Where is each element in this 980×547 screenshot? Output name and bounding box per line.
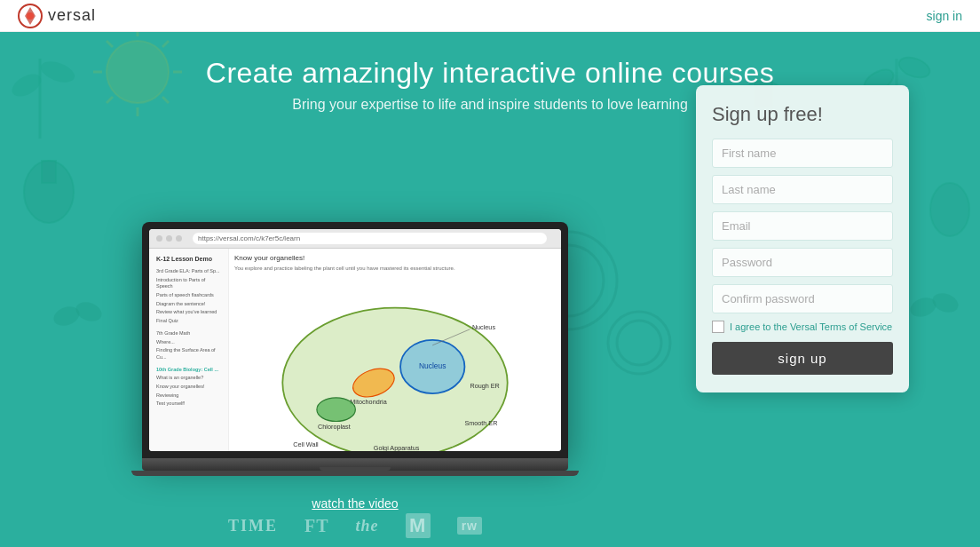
versal-logo-icon (18, 4, 43, 28)
sign-in-link[interactable]: sign in (927, 9, 962, 23)
svg-text:Rough ER: Rough ER (470, 382, 499, 390)
sidebar-item-9: Finding the Surface Area of Cu... (153, 346, 225, 361)
sidebar-item-2: Introduction to Parts of Speech (153, 276, 225, 291)
svg-point-22 (930, 183, 969, 236)
press-logo-time: TIME (228, 517, 278, 535)
browser-content: K-12 Lesson Demo 3rd Grade ELA: Parts of… (149, 249, 561, 451)
press-logos-section: TIME FT the M rw (142, 513, 568, 538)
signup-title: Sign up free! (712, 103, 893, 126)
laptop-bottom (131, 471, 579, 476)
press-logo-ft: FT (304, 516, 329, 536)
lesson-heading: Know your organelles! (234, 254, 556, 262)
svg-line-12 (162, 41, 169, 47)
sidebar-item-8: Where... (153, 338, 225, 347)
svg-text:Nucleus: Nucleus (419, 361, 446, 370)
laptop-screen: https://versal.com/c/k7er5c/learn K-12 L… (142, 222, 568, 458)
svg-text:Golgi Apparatus: Golgi Apparatus (374, 444, 420, 451)
browser-sidebar: K-12 Lesson Demo 3rd Grade ELA: Parts of… (149, 249, 229, 451)
sidebar-item-11: What is an organelle? (153, 374, 225, 383)
logo-text: versal (48, 6, 96, 25)
terms-row: I agree to the Versal Terms of Service (712, 321, 893, 333)
svg-point-29 (929, 289, 960, 315)
laptop-base (142, 458, 568, 471)
browser-main: Know your organelles! You explore and pr… (229, 249, 561, 451)
browser-url-bar: https://versal.com/c/k7er5c/learn (193, 233, 547, 244)
svg-text:Nucleus: Nucleus (472, 323, 496, 331)
press-logo-m: M (406, 513, 431, 538)
svg-point-27 (73, 298, 104, 324)
sidebar-item-10: 10th Grade Biology: Cell ... (153, 366, 225, 375)
browser-dot-1 (156, 235, 162, 242)
svg-text:Smooth ER: Smooth ER (464, 419, 497, 427)
svg-rect-3 (42, 161, 56, 183)
confirm-password-input[interactable] (712, 284, 893, 313)
sidebar-item-4: Diagram the sentence! (153, 300, 225, 309)
browser-dot-3 (176, 235, 182, 242)
terms-checkbox[interactable] (712, 321, 724, 333)
svg-text:Mitochondria: Mitochondria (350, 398, 387, 406)
watch-video-link[interactable]: watch the video (312, 496, 398, 511)
svg-point-35 (317, 398, 355, 422)
site-header: versal sign in (0, 0, 980, 32)
sidebar-item-13: Reviewing (153, 392, 225, 400)
sidebar-item-14: Test yourself! (153, 400, 225, 408)
browser-bar: https://versal.com/c/k7er5c/learn (149, 229, 561, 249)
laptop-browser: https://versal.com/c/k7er5c/learn K-12 L… (149, 229, 561, 451)
watch-video-section: watch the video (142, 495, 568, 511)
sidebar-lesson-title: K-12 Lesson Demo (153, 254, 225, 264)
last-name-input[interactable] (712, 175, 893, 204)
lesson-desc: You explore and practice labeling the pl… (234, 266, 556, 271)
press-logo-the: the (356, 517, 379, 535)
press-logo-rw: rw (457, 517, 482, 535)
sidebar-item-3: Parts of speech flashcards (153, 291, 225, 300)
logo[interactable]: versal (18, 4, 96, 28)
email-input[interactable] (712, 211, 893, 241)
svg-point-1 (27, 12, 34, 20)
sidebar-item-7: 7th Grade Math (153, 329, 225, 338)
password-input[interactable] (712, 248, 893, 277)
sidebar-item-12: Know your organelles! (153, 383, 225, 392)
hero-section: Create amazingly interactive online cour… (0, 32, 980, 547)
svg-text:Cell Wall: Cell Wall (293, 440, 319, 448)
laptop-mockup: https://versal.com/c/k7er5c/learn K-12 L… (142, 222, 568, 476)
first-name-input[interactable] (712, 139, 893, 168)
sidebar-item-1: 3rd Grade ELA: Parts of Sp... (153, 267, 225, 276)
browser-dot-2 (166, 235, 172, 242)
sidebar-item-6: Final Quiz (153, 317, 225, 326)
svg-line-14 (107, 41, 113, 47)
svg-text:Chloroplast: Chloroplast (318, 423, 351, 431)
signup-button[interactable]: sign up (712, 342, 893, 375)
sidebar-item-5: Review what you've learned (153, 308, 225, 317)
signup-panel: Sign up free! I agree to the Versal Term… (696, 85, 909, 392)
cell-diagram-svg: Nucleus Mitochondria Chloroplast Cell Wa… (234, 276, 556, 451)
terms-text: I agree to the Versal Terms of Service (730, 321, 892, 332)
svg-point-19 (617, 321, 661, 365)
